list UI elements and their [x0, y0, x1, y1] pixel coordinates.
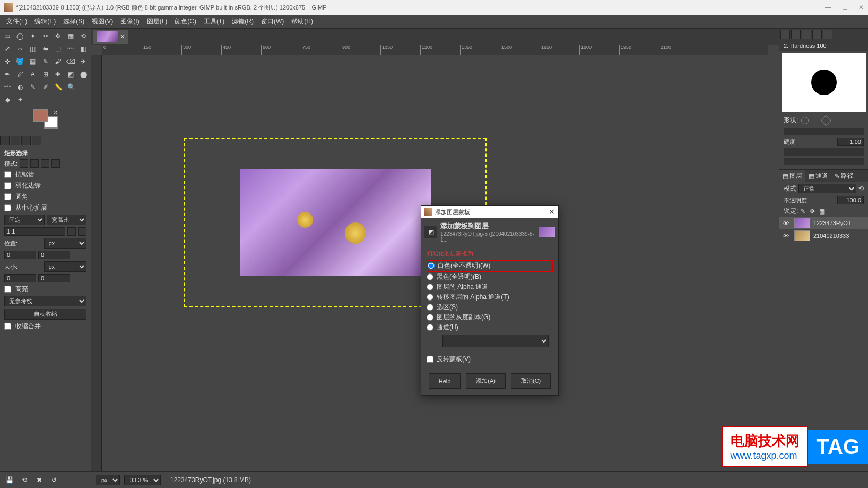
brush-tab-3[interactable] — [802, 30, 811, 39]
dodge-tool[interactable]: ◐ — [15, 82, 25, 92]
tab-history[interactable] — [21, 136, 31, 145]
pos-x-input[interactable] — [4, 251, 36, 259]
rotate-tool[interactable]: ⟲ — [78, 31, 89, 41]
size-unit[interactable]: px — [44, 261, 87, 272]
freeselect-tool[interactable]: ◯ — [15, 31, 25, 41]
cancel-button[interactable]: 取消(C) — [511, 373, 551, 389]
mask-opt-white[interactable]: 白色(全不透明)(W) — [427, 260, 553, 272]
image-tab-close-icon[interactable]: ✕ — [120, 33, 125, 40]
mask-radio-gray[interactable] — [427, 314, 433, 321]
sb-revert-icon[interactable]: ⟲ — [19, 475, 30, 485]
maximize-button[interactable]: ☐ — [842, 4, 848, 11]
shape-diamond-icon[interactable] — [821, 115, 831, 126]
layer-name[interactable]: 21040210333 — [813, 233, 849, 239]
scale-tool[interactable]: ⤢ — [2, 44, 13, 54]
color-picker-tool[interactable]: ✐ — [40, 82, 51, 92]
mask-radio-black[interactable] — [427, 273, 433, 280]
ratio-input[interactable] — [4, 227, 65, 236]
extra-tool-2[interactable]: ✦ — [15, 95, 25, 105]
zoom-select[interactable]: 33.3 % — [124, 475, 161, 485]
autoshrink-button[interactable]: 自动收缩 — [4, 309, 86, 320]
sb-reset-icon[interactable]: ↺ — [49, 475, 59, 485]
tab-paths[interactable]: ✎路径 — [831, 170, 857, 182]
clone-tool[interactable]: ⊞ — [40, 69, 51, 80]
image-tab[interactable]: ✕ — [93, 30, 128, 44]
sb-save-icon[interactable]: 💾 — [4, 475, 15, 485]
menu-image[interactable]: 图像(I) — [117, 15, 142, 28]
channel-select[interactable] — [442, 335, 549, 347]
menu-edit[interactable]: 编辑(E) — [31, 15, 59, 28]
measure-tool[interactable]: 📏 — [53, 82, 64, 92]
mode-intersect[interactable] — [51, 159, 60, 168]
layer-item[interactable]: 👁 21040210333 — [779, 229, 868, 242]
sb-delete-icon[interactable]: ✖ — [34, 475, 45, 485]
gradient-tool[interactable]: ▦ — [28, 56, 38, 67]
mask-opt-black[interactable]: 黑色(全透明)(B) — [427, 272, 553, 282]
mask-radio-alpha[interactable] — [427, 284, 433, 290]
mode-replace[interactable] — [20, 159, 28, 168]
lock-pixel-icon[interactable]: ✎ — [800, 208, 808, 215]
text-tool[interactable]: A — [28, 69, 38, 80]
mask-radio-white[interactable] — [428, 262, 435, 269]
menu-windows[interactable]: 窗口(W) — [258, 15, 287, 28]
shear-tool[interactable]: ▱ — [15, 44, 25, 54]
brush-tab-1[interactable] — [780, 30, 790, 39]
mask-opt-selection[interactable]: 选区(S) — [427, 302, 553, 312]
minimize-button[interactable]: — — [825, 4, 831, 11]
visibility-icon[interactable]: 👁 — [783, 232, 791, 240]
ruler-vertical[interactable] — [91, 55, 102, 471]
help-button[interactable]: Help — [429, 373, 461, 389]
menu-filters[interactable]: 滤镜(R) — [229, 15, 257, 28]
aspect-select[interactable]: 宽高比 — [47, 215, 87, 225]
hardness-slider[interactable] — [784, 148, 864, 156]
aspect-slider[interactable] — [784, 158, 864, 165]
antialias-check[interactable] — [4, 171, 11, 178]
menu-file[interactable]: 文件(F) — [3, 15, 30, 28]
unified-tool[interactable]: ◧ — [78, 44, 89, 54]
mask-opt-gray[interactable]: 图层的灰度副本(G) — [427, 312, 553, 322]
rect-select-tool[interactable]: ▭ — [2, 31, 13, 41]
mask-radio-channel[interactable] — [427, 324, 433, 331]
invert-check[interactable] — [427, 356, 433, 363]
size-h-input[interactable] — [38, 274, 70, 282]
tab-images[interactable] — [32, 136, 41, 145]
pos-unit[interactable]: px — [44, 238, 87, 249]
paintbrush-tool[interactable]: 🖌 — [53, 56, 63, 67]
menu-layer[interactable]: 图层(L) — [144, 15, 171, 28]
bucket-tool[interactable]: 🪣 — [15, 56, 25, 67]
canvas-viewport[interactable]: 添加图层蒙板 ✕ ◩ 添加蒙板到图层 1223473RyOT.jpg-5 ([2… — [102, 55, 768, 460]
layer-name[interactable]: 1223473RyOT — [813, 220, 852, 226]
mask-opt-transfer[interactable]: 转移图层的 Alpha 通道(T) — [427, 292, 553, 302]
mask-opt-alpha[interactable]: 图层的 Alpha 通道 — [427, 282, 553, 292]
expand-check[interactable] — [4, 204, 11, 211]
extra-tool-1[interactable]: ◆ — [2, 95, 13, 105]
perspective-clone-tool[interactable]: ◩ — [65, 69, 76, 80]
mask-radio-selection[interactable] — [427, 304, 433, 311]
spacing-slider[interactable] — [784, 128, 864, 135]
mypaint-tool[interactable]: 🖊 — [15, 69, 25, 80]
lock-alpha-icon[interactable]: ▦ — [819, 208, 827, 215]
size-w-input[interactable] — [4, 274, 36, 282]
brush-preview[interactable] — [782, 53, 866, 112]
blur-tool[interactable]: ⬤ — [78, 69, 89, 80]
tab-tool-options[interactable] — [0, 136, 10, 145]
blend-mode-select[interactable]: 正常 — [798, 184, 856, 193]
align-tool[interactable]: ▦ — [65, 31, 76, 41]
lock-position-icon[interactable]: ✥ — [810, 208, 817, 215]
zoom-tool[interactable]: 🔍 — [66, 82, 76, 92]
highlight-check[interactable] — [4, 286, 11, 293]
move-tool[interactable]: ✥ — [53, 31, 63, 41]
layer-item[interactable]: 👁 1223473RyOT — [779, 217, 868, 229]
unit-select[interactable]: px — [96, 475, 120, 485]
perspective-tool[interactable]: ◫ — [28, 44, 38, 54]
handle-tool[interactable]: ✜ — [2, 56, 13, 67]
eraser-tool[interactable]: ⌫ — [65, 56, 76, 67]
pos-y-input[interactable] — [38, 251, 70, 259]
rounded-check[interactable] — [4, 193, 11, 200]
brush-tab-5[interactable] — [823, 30, 832, 39]
brush-tab-2[interactable] — [791, 30, 801, 39]
menu-help[interactable]: 帮助(H) — [288, 15, 316, 28]
shrinkmerged-check[interactable] — [4, 323, 11, 330]
fixed-select[interactable]: 固定 — [4, 215, 45, 225]
opacity-value[interactable]: 100.0 — [837, 196, 864, 204]
